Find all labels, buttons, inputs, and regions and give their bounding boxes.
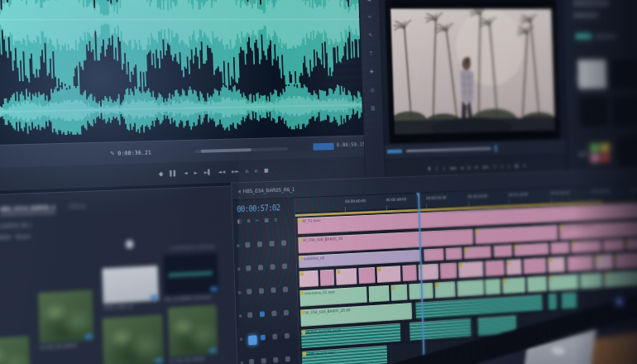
snap-icon[interactable]: ◧ [237,219,242,224]
timeline-clip[interactable] [402,265,417,281]
mark-out-icon[interactable]: } [443,166,445,171]
step-back-icon[interactable]: ◄ [460,165,463,170]
timeline-clip[interactable] [463,246,491,259]
bin-thumbnail[interactable] [618,136,637,166]
sync-icon[interactable] [125,240,133,249]
track-lock-icon[interactable] [237,267,241,271]
timeline-clip[interactable] [506,259,522,275]
selection-tool-icon[interactable]: ▲ [367,0,371,2]
track-toggle[interactable] [260,311,265,317]
pause-icon[interactable]: ▌▌ [170,170,177,176]
timeline-clip[interactable] [485,260,505,276]
project-tab[interactable]: Effects [69,203,87,213]
extract-icon[interactable]: ⌂ [508,164,510,168]
timeline-clip[interactable] [440,262,457,279]
edit-timecode-icon[interactable]: ✎ [110,150,115,156]
selected-range-chip[interactable] [313,143,333,151]
go-to-in-icon[interactable]: ◄◄ [218,170,225,175]
timeline-clip[interactable]: W_034_031_BAR05 [559,219,637,241]
track-toggle[interactable] [245,242,250,248]
track-toggle[interactable] [271,287,275,293]
track-toggle[interactable] [285,333,290,339]
track-lock-icon[interactable] [237,244,240,247]
scrub-track[interactable] [406,147,491,152]
project-thumbnail[interactable] [163,253,218,295]
timeline-clip[interactable] [320,270,334,286]
go-to-out-icon[interactable]: ►► [232,169,239,174]
timeline-clip[interactable] [548,294,557,310]
razor-icon[interactable]: ✂ [256,218,260,223]
track-toggle[interactable] [271,310,276,316]
project-thumbnail[interactable] [38,290,93,344]
project-tab-active[interactable]: HBS_0314_BAR04_2 [0,204,55,216]
lift-icon[interactable]: ⌂ [245,169,248,174]
timeline-clip[interactable] [561,292,577,309]
timeline-clip[interactable] [502,277,525,294]
timeline-clip[interactable] [626,237,637,251]
program-video-preview[interactable] [385,0,560,144]
timeline-tab[interactable]: × HBS_034_BAR05_R6_1 [237,186,295,194]
timeline-clip[interactable] [514,243,548,256]
track-toggle[interactable] [258,265,263,271]
record-icon[interactable]: ● [159,171,163,176]
track-toggle[interactable] [283,286,288,292]
bin-thumbnail[interactable] [611,60,637,89]
step-forward-icon[interactable]: ►▌ [204,170,212,175]
timeline-clip[interactable]: Interview_01.wav [299,286,366,306]
track-toggle[interactable] [270,264,275,270]
track-lock-icon[interactable] [238,291,242,295]
track-toggle[interactable] [249,359,254,364]
timeline-clip[interactable] [358,267,375,284]
track-toggle[interactable] [247,312,252,318]
track-lock-icon[interactable] [241,362,244,364]
mark-in-icon[interactable]: { [435,166,438,171]
timeline-clip[interactable] [446,247,462,260]
extract-icon[interactable]: ⌂ [255,168,258,173]
project-thumbnail[interactable] [168,305,218,357]
lift-icon[interactable]: ⌂ [500,164,503,168]
source-zoom-scrollbar[interactable] [195,147,289,153]
go-to-out-icon[interactable]: ►► [483,165,489,170]
source-timecode-in[interactable]: 0:00:36.21 [117,149,151,156]
track-toggle[interactable] [257,242,262,247]
export-frame-icon[interactable]: ■ [264,168,268,173]
type-tool-icon[interactable]: T [370,51,373,56]
timeline-clip[interactable] [299,271,318,288]
track-toggle[interactable] [284,310,289,316]
track-toggle[interactable] [282,263,287,269]
timeline-clip[interactable] [410,318,472,341]
timeline-clip[interactable] [527,276,547,293]
razor-tool-icon[interactable]: ✂ [368,15,372,20]
export-frame-icon[interactable]: ▦ [515,164,519,168]
timeline-clip[interactable] [548,256,565,273]
track-toggle[interactable] [269,241,274,247]
track-lock-icon[interactable] [239,314,242,318]
playhead-timecode[interactable]: 00:00:57:02 [237,204,280,213]
timeline-clip[interactable] [567,255,593,271]
scrollbar-thumb[interactable] [201,148,251,153]
step-back-icon[interactable]: ◄ [184,170,188,175]
timeline-clip[interactable] [424,248,444,261]
timeline-clip[interactable] [524,258,547,275]
track-toggle[interactable] [285,357,290,362]
track-toggle[interactable] [259,288,264,294]
pen-tool-icon[interactable]: ✎ [368,33,372,38]
bin-thumbnail[interactable] [587,140,612,165]
timeline-clip[interactable] [475,225,558,245]
track-toggle[interactable] [246,266,251,271]
zoom-level-chip[interactable] [387,149,402,153]
project-thumbnail[interactable] [0,336,31,364]
timeline-settings-icon[interactable]: ≡ [274,218,278,223]
scrub-playhead[interactable] [495,145,497,151]
project-thumbnail[interactable] [103,314,165,364]
timeline-clip[interactable] [580,273,602,290]
track-toggle[interactable] [261,335,266,341]
bin-thumbnail[interactable] [577,60,606,89]
step-forward-icon[interactable]: ► [475,165,478,170]
play-icon[interactable]: ► [194,170,198,175]
timeline-clip[interactable] [595,254,614,271]
track-toggle[interactable] [273,357,278,363]
track-select-tool-icon[interactable]: ▥ [371,106,376,112]
playhead-caret[interactable]: ▼ [416,192,420,198]
hand-tool-icon[interactable]: ✚ [370,69,374,74]
